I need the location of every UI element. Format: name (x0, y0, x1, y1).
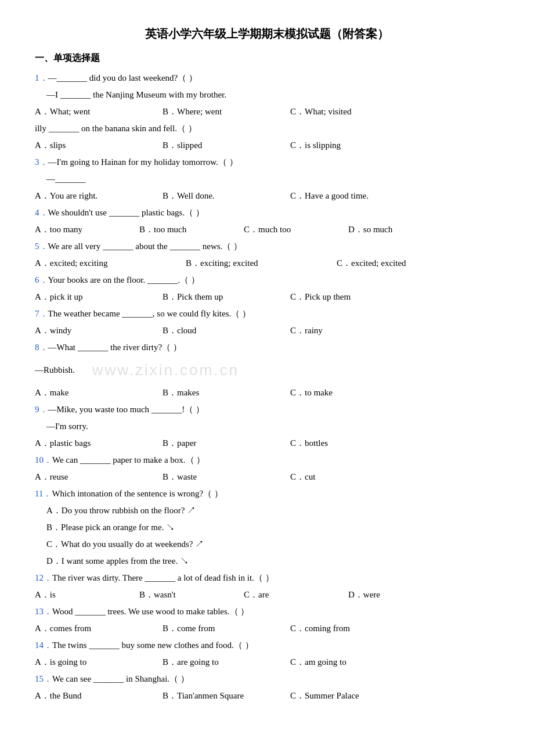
question-6: 6．Your books are on the floor. _______.（… (35, 272, 499, 305)
option: D．so much (348, 222, 453, 237)
option: B．paper (163, 435, 290, 451)
option: A．the Bund (35, 688, 163, 704)
option: C．Pick up them (290, 289, 418, 305)
option: B．Where; went (163, 104, 290, 120)
option: A．comes from (35, 621, 163, 636)
questions-container: 1．—_______ did you do last weekend?（ ） —… (35, 70, 499, 704)
question-4: 4．We shouldn't use _______ plastic bags.… (35, 205, 499, 237)
option: A．You are right. (35, 188, 163, 204)
option: A．windy (35, 323, 163, 339)
option: C．to make (290, 385, 418, 401)
question-11: 11．Which intonation of the sentence is w… (35, 486, 499, 569)
option: C．much too (244, 222, 348, 237)
option: C．rainy (290, 323, 418, 339)
question-1: 1．—_______ did you do last weekend?（ ） —… (35, 70, 499, 120)
question-10: 10．We can _______ paper to make a box.（ … (35, 452, 499, 485)
option: A．pick it up (35, 289, 163, 305)
option: B．cloud (163, 323, 290, 339)
option: C．am going to (290, 654, 418, 670)
option: A．slips (35, 138, 163, 153)
option: A．is (35, 587, 139, 603)
option: C．Summer Palace (290, 688, 418, 704)
watermark: www.zixin.com.cn (92, 357, 239, 384)
option: A．plastic bags (35, 435, 163, 451)
option: B．wasn't (139, 587, 244, 603)
option: C．coming from (290, 621, 418, 636)
question-8: 8．—What _______ the river dirty?（ ） —Rub… (35, 340, 499, 401)
question-15: 15．We can see _______ in Shanghai.（ ） A．… (35, 671, 499, 704)
option: A．make (35, 385, 163, 401)
option: B．waste (163, 469, 290, 485)
option: C．What; visited (290, 104, 418, 120)
question-7: 7．The weather became _______, so we coul… (35, 306, 499, 339)
option: A．is going to (35, 654, 163, 670)
option: B．Pick them up (163, 289, 290, 305)
option: C．cut (290, 469, 418, 485)
option: C．Have a good time. (290, 188, 418, 204)
option: B．exciting; excited (186, 255, 337, 271)
page-title: 英语小学六年级上学期期末模拟试题（附答案） (35, 23, 499, 44)
option: B．makes (163, 385, 290, 401)
option: B．Tian'anmen Square (163, 688, 290, 704)
question-2: illy _______ on the banana skin and fell… (35, 121, 499, 153)
option: B．come from (163, 621, 290, 636)
option: D．were (348, 587, 453, 603)
option: B．slipped (163, 138, 290, 153)
option: B．too much (139, 222, 244, 237)
option: A．What; went (35, 104, 163, 120)
option: C．bottles (290, 435, 418, 451)
option: A．excited; exciting (35, 255, 186, 271)
question-12: 12．The river was dirty. There _______ a … (35, 570, 499, 603)
option: B．are going to (163, 654, 290, 670)
question-9: 9．—Mike, you waste too much _______!（ ） … (35, 402, 499, 451)
option: A．too many (35, 222, 139, 237)
option: C．is slipping (290, 138, 418, 153)
option: B．Well done. (163, 188, 290, 204)
section-title: 一、单项选择题 (35, 50, 499, 67)
option: C．are (244, 587, 348, 603)
question-13: 13．Wood _______ trees. We use wood to ma… (35, 604, 499, 636)
question-5: 5．We are all very _______ about the ____… (35, 239, 499, 271)
question-3: 3．—I'm going to Hainan for my holiday to… (35, 154, 499, 204)
option: A．reuse (35, 469, 163, 485)
option: C．excited; excited (337, 255, 488, 271)
question-14: 14．The twins _______ buy some new clothe… (35, 638, 499, 670)
